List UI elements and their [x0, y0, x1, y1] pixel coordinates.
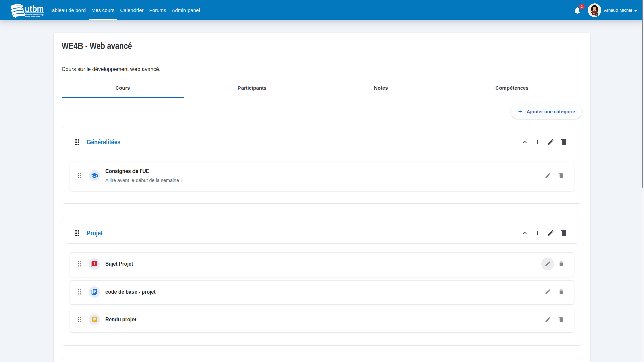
svg-text:utbm: utbm	[25, 3, 44, 14]
svg-text:université de technologie: université de technologie	[25, 14, 44, 16]
svg-text:Belfort-Montbéliard: Belfort-Montbéliard	[25, 16, 40, 18]
